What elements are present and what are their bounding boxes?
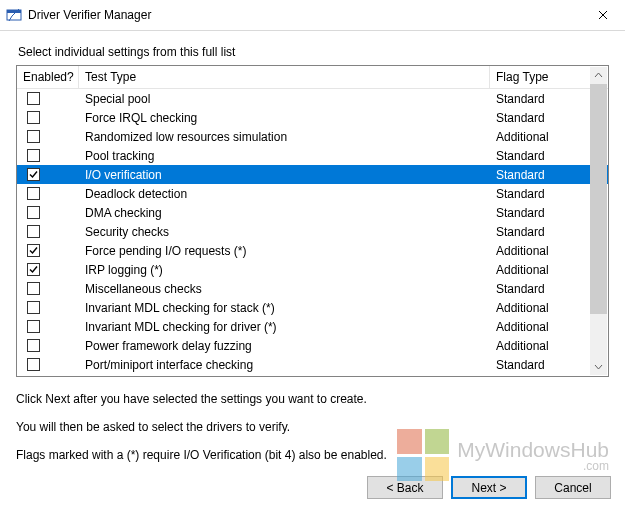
enabled-checkbox[interactable] [27,149,40,162]
enabled-checkbox[interactable] [27,130,40,143]
wizard-buttons: < Back Next > Cancel [367,476,611,499]
next-button[interactable]: Next > [451,476,527,499]
cell-enabled [17,358,79,371]
enabled-checkbox[interactable] [27,225,40,238]
column-enabled[interactable]: Enabled? [17,66,79,88]
cell-test-type: Invariant MDL checking for driver (*) [79,320,490,334]
settings-table: Enabled? Test Type Flag Type Special poo… [16,65,609,377]
cell-enabled [17,111,79,124]
enabled-checkbox[interactable] [27,206,40,219]
cell-enabled [17,92,79,105]
table-row[interactable]: Randomized low resources simulationAddit… [17,127,608,146]
back-button[interactable]: < Back [367,476,443,499]
instruction-label: Select individual settings from this ful… [18,45,609,59]
table-row[interactable]: Invariant MDL checking for driver (*)Add… [17,317,608,336]
table-row[interactable]: Power framework delay fuzzingAdditional [17,336,608,355]
cell-test-type: Force pending I/O requests (*) [79,244,490,258]
enabled-checkbox[interactable] [27,358,40,371]
enabled-checkbox[interactable] [27,187,40,200]
cell-test-type: I/O verification [79,168,490,182]
cell-enabled [17,206,79,219]
cell-enabled [17,149,79,162]
svg-rect-1 [7,10,21,13]
table-header: Enabled? Test Type Flag Type [17,66,608,89]
enabled-checkbox[interactable] [27,92,40,105]
table-row[interactable]: Security checksStandard [17,222,608,241]
table-row[interactable]: Invariant MDL checking for stack (*)Addi… [17,298,608,317]
enabled-checkbox[interactable] [27,244,40,257]
table-row[interactable]: Special poolStandard [17,89,608,108]
hint-text: Click Next after you have selected the s… [16,391,609,464]
enabled-checkbox[interactable] [27,301,40,314]
scroll-track[interactable] [590,84,607,358]
scroll-thumb[interactable] [590,84,607,314]
hint-line-3: Flags marked with a (*) require I/O Veri… [16,447,609,463]
cell-test-type: Port/miniport interface checking [79,358,490,372]
cell-enabled [17,225,79,238]
cell-test-type: Deadlock detection [79,187,490,201]
cell-enabled [17,187,79,200]
cell-test-type: Special pool [79,92,490,106]
table-row[interactable]: Pool trackingStandard [17,146,608,165]
cell-test-type: IRP logging (*) [79,263,490,277]
cell-test-type: Security checks [79,225,490,239]
enabled-checkbox[interactable] [27,339,40,352]
cell-enabled [17,263,79,276]
close-button[interactable] [580,0,625,30]
table-row[interactable]: DDI compliance checkingStandard [17,374,608,376]
cell-test-type: DMA checking [79,206,490,220]
cell-test-type: Randomized low resources simulation [79,130,490,144]
hint-line-2: You will then be asked to select the dri… [16,419,609,435]
cancel-button[interactable]: Cancel [535,476,611,499]
cell-test-type: Force IRQL checking [79,111,490,125]
enabled-checkbox[interactable] [27,111,40,124]
app-icon [6,7,22,23]
table-row[interactable]: IRP logging (*)Additional [17,260,608,279]
vertical-scrollbar[interactable] [590,67,607,375]
table-row[interactable]: Force IRQL checkingStandard [17,108,608,127]
table-body: Special poolStandardForce IRQL checkingS… [17,89,608,376]
cell-enabled [17,282,79,295]
cell-test-type: Miscellaneous checks [79,282,490,296]
cell-test-type: Pool tracking [79,149,490,163]
table-row[interactable]: DMA checkingStandard [17,203,608,222]
titlebar: Driver Verifier Manager [0,0,625,31]
window-title: Driver Verifier Manager [28,8,151,22]
cell-enabled [17,244,79,257]
table-row[interactable]: Port/miniport interface checkingStandard [17,355,608,374]
cell-enabled [17,320,79,333]
table-row[interactable]: Force pending I/O requests (*)Additional [17,241,608,260]
cell-enabled [17,339,79,352]
table-row[interactable]: Deadlock detectionStandard [17,184,608,203]
enabled-checkbox[interactable] [27,263,40,276]
enabled-checkbox[interactable] [27,168,40,181]
table-row[interactable]: I/O verificationStandard [17,165,608,184]
cell-test-type: Power framework delay fuzzing [79,339,490,353]
cell-enabled [17,301,79,314]
cell-test-type: Invariant MDL checking for stack (*) [79,301,490,315]
cell-enabled [17,168,79,181]
scroll-up-button[interactable] [590,67,607,84]
hint-line-1: Click Next after you have selected the s… [16,391,609,407]
cell-enabled [17,130,79,143]
enabled-checkbox[interactable] [27,320,40,333]
column-test-type[interactable]: Test Type [79,66,490,88]
scroll-down-button[interactable] [590,358,607,375]
table-row[interactable]: Miscellaneous checksStandard [17,279,608,298]
enabled-checkbox[interactable] [27,282,40,295]
